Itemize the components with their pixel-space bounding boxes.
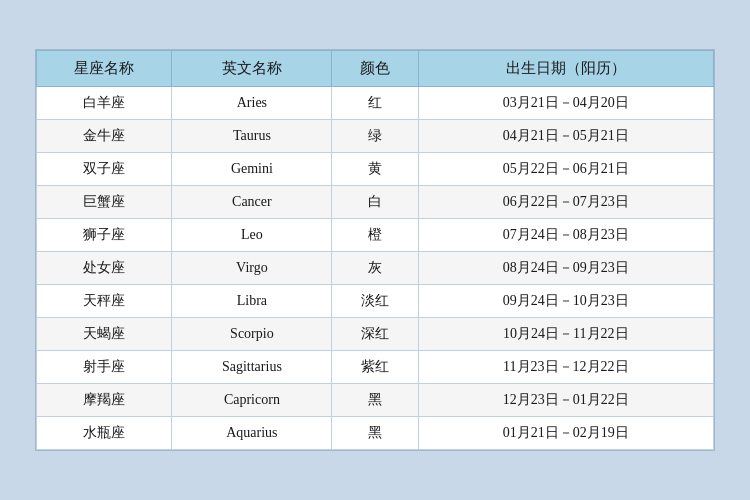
- cell-birthdate: 06月22日－07月23日: [418, 186, 713, 219]
- cell-english-name: Aries: [172, 87, 332, 120]
- cell-english-name: Gemini: [172, 153, 332, 186]
- cell-chinese-name: 天蝎座: [37, 318, 172, 351]
- cell-chinese-name: 摩羯座: [37, 384, 172, 417]
- cell-english-name: Scorpio: [172, 318, 332, 351]
- cell-birthdate: 12月23日－01月22日: [418, 384, 713, 417]
- cell-color: 红: [332, 87, 418, 120]
- cell-color: 深红: [332, 318, 418, 351]
- cell-birthdate: 05月22日－06月21日: [418, 153, 713, 186]
- cell-english-name: Aquarius: [172, 417, 332, 450]
- cell-color: 黑: [332, 384, 418, 417]
- cell-chinese-name: 水瓶座: [37, 417, 172, 450]
- table-row: 白羊座Aries红03月21日－04月20日: [37, 87, 714, 120]
- table-row: 双子座Gemini黄05月22日－06月21日: [37, 153, 714, 186]
- cell-birthdate: 07月24日－08月23日: [418, 219, 713, 252]
- cell-chinese-name: 双子座: [37, 153, 172, 186]
- cell-color: 黄: [332, 153, 418, 186]
- table-row: 巨蟹座Cancer白06月22日－07月23日: [37, 186, 714, 219]
- table-row: 摩羯座Capricorn黑12月23日－01月22日: [37, 384, 714, 417]
- cell-chinese-name: 狮子座: [37, 219, 172, 252]
- table-row: 射手座Sagittarius紫红11月23日－12月22日: [37, 351, 714, 384]
- cell-english-name: Cancer: [172, 186, 332, 219]
- cell-color: 紫红: [332, 351, 418, 384]
- header-english-name: 英文名称: [172, 51, 332, 87]
- cell-chinese-name: 处女座: [37, 252, 172, 285]
- cell-chinese-name: 天秤座: [37, 285, 172, 318]
- header-color: 颜色: [332, 51, 418, 87]
- cell-birthdate: 09月24日－10月23日: [418, 285, 713, 318]
- cell-chinese-name: 射手座: [37, 351, 172, 384]
- zodiac-table-container: 星座名称 英文名称 颜色 出生日期（阳历） 白羊座Aries红03月21日－04…: [35, 49, 715, 451]
- cell-english-name: Libra: [172, 285, 332, 318]
- cell-chinese-name: 白羊座: [37, 87, 172, 120]
- cell-english-name: Taurus: [172, 120, 332, 153]
- cell-color: 灰: [332, 252, 418, 285]
- cell-english-name: Leo: [172, 219, 332, 252]
- table-row: 天秤座Libra淡红09月24日－10月23日: [37, 285, 714, 318]
- cell-color: 绿: [332, 120, 418, 153]
- header-birthdate: 出生日期（阳历）: [418, 51, 713, 87]
- cell-english-name: Sagittarius: [172, 351, 332, 384]
- cell-color: 白: [332, 186, 418, 219]
- cell-color: 淡红: [332, 285, 418, 318]
- cell-chinese-name: 金牛座: [37, 120, 172, 153]
- table-row: 处女座Virgo灰08月24日－09月23日: [37, 252, 714, 285]
- table-row: 狮子座Leo橙07月24日－08月23日: [37, 219, 714, 252]
- table-header-row: 星座名称 英文名称 颜色 出生日期（阳历）: [37, 51, 714, 87]
- cell-english-name: Virgo: [172, 252, 332, 285]
- zodiac-table: 星座名称 英文名称 颜色 出生日期（阳历） 白羊座Aries红03月21日－04…: [36, 50, 714, 450]
- table-row: 水瓶座Aquarius黑01月21日－02月19日: [37, 417, 714, 450]
- cell-birthdate: 03月21日－04月20日: [418, 87, 713, 120]
- cell-birthdate: 04月21日－05月21日: [418, 120, 713, 153]
- cell-birthdate: 08月24日－09月23日: [418, 252, 713, 285]
- cell-color: 黑: [332, 417, 418, 450]
- table-row: 天蝎座Scorpio深红10月24日－11月22日: [37, 318, 714, 351]
- cell-english-name: Capricorn: [172, 384, 332, 417]
- table-row: 金牛座Taurus绿04月21日－05月21日: [37, 120, 714, 153]
- cell-birthdate: 10月24日－11月22日: [418, 318, 713, 351]
- header-chinese-name: 星座名称: [37, 51, 172, 87]
- cell-birthdate: 01月21日－02月19日: [418, 417, 713, 450]
- cell-birthdate: 11月23日－12月22日: [418, 351, 713, 384]
- cell-color: 橙: [332, 219, 418, 252]
- cell-chinese-name: 巨蟹座: [37, 186, 172, 219]
